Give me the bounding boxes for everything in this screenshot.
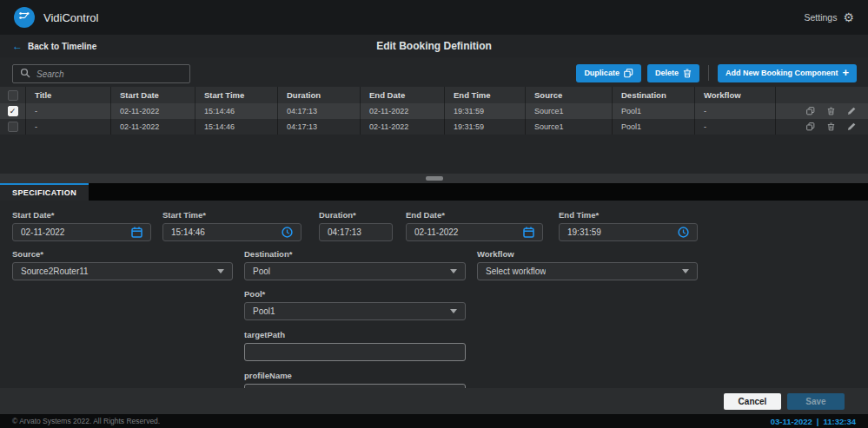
calendar-icon[interactable]	[131, 227, 142, 238]
delete-icon[interactable]	[827, 122, 835, 131]
select-all-checkbox[interactable]: ✓	[8, 90, 18, 101]
cell-workflow: -	[695, 103, 776, 119]
start-time-input[interactable]	[171, 227, 276, 237]
pool-field: Pool* Pool1	[244, 289, 466, 320]
start-date-field: Start Date*	[12, 210, 151, 241]
toolbar-actions: Duplicate Delete Add New Booking Compone…	[576, 63, 857, 82]
page-title: Edit Booking Definition	[0, 40, 868, 52]
edit-icon[interactable]	[847, 122, 856, 131]
vidicontrol-app: { "colors": { "accent": "#1987d2", "fiel…	[0, 0, 868, 428]
cell-workflow: -	[695, 119, 776, 135]
add-button-label: Add New Booking Component	[726, 69, 838, 77]
end-time-field: End Time*	[559, 210, 698, 241]
workflow-dropdown[interactable]: Select workflow	[477, 262, 698, 280]
end-date-label: End Date*	[406, 210, 543, 220]
settings-label[interactable]: Settings	[804, 12, 837, 23]
target-path-input[interactable]	[253, 347, 457, 357]
end-time-input[interactable]	[567, 227, 673, 237]
chevron-down-icon	[450, 269, 457, 273]
destination-label: Destination*	[244, 249, 466, 259]
source-dropdown[interactable]: Source2Router11	[12, 262, 233, 280]
destination-value: Pool	[253, 267, 270, 276]
column-header-source: Source	[526, 87, 613, 103]
duplicate-button[interactable]: Duplicate	[576, 64, 641, 82]
duration-input[interactable]	[328, 227, 384, 237]
cell-end-time: 19:31:59	[445, 119, 526, 135]
column-header-workflow: Workflow	[695, 87, 776, 103]
table-row[interactable]: ✓ - 02-11-2022 15:14:46 04:17:13 02-11-2…	[0, 119, 868, 135]
booking-list-panel: Duplicate Delete Add New Booking Compone…	[0, 57, 868, 174]
table-row[interactable]: ✓ - 02-11-2022 15:14:46 04:17:13 02-11-2…	[0, 103, 868, 119]
start-date-input[interactable]	[21, 227, 126, 237]
end-date-input[interactable]	[414, 227, 518, 237]
plus-icon: +	[842, 67, 849, 78]
app-title: VidiControl	[43, 11, 98, 24]
profile-name-label: profileName	[244, 371, 466, 380]
form-action-bar: Cancel Save	[0, 388, 868, 414]
app-header: VidiControl Settings ⚙	[0, 0, 868, 35]
delete-button[interactable]: Delete	[647, 64, 699, 82]
workflow-field: Workflow Select workflow	[477, 249, 698, 280]
search-input[interactable]	[36, 69, 182, 79]
cell-start-date: 02-11-2022	[111, 103, 195, 119]
pool-dropdown[interactable]: Pool1	[244, 302, 466, 320]
gear-icon[interactable]: ⚙	[843, 11, 854, 23]
clock-icon[interactable]	[282, 227, 293, 238]
save-button[interactable]: Save	[787, 393, 845, 410]
cell-destination: Pool1	[613, 103, 695, 119]
splitter-handle[interactable]	[426, 176, 443, 181]
start-date-label: Start Date*	[12, 210, 151, 220]
start-time-field: Start Time*	[162, 210, 301, 241]
footer-time: 11:32:34	[823, 417, 856, 426]
delete-icon[interactable]	[827, 107, 835, 115]
vidicontrol-logo	[14, 7, 35, 28]
chevron-down-icon	[682, 269, 689, 273]
back-arrow-icon: ←	[12, 41, 23, 51]
header-right: Settings ⚙	[804, 11, 854, 23]
cancel-button[interactable]: Cancel	[724, 393, 781, 410]
column-header-end-date: End Date	[361, 87, 445, 103]
column-header-start-date: Start Date	[111, 87, 195, 103]
row-checkbox[interactable]: ✓	[8, 122, 18, 132]
column-header-destination: Destination	[613, 87, 695, 103]
cell-duration: 04:17:13	[278, 103, 361, 119]
route-icon	[18, 10, 30, 25]
back-to-timeline-link[interactable]: ← Back to Timeline	[12, 41, 96, 51]
cell-title: -	[26, 103, 111, 119]
copyright-text: © Arvato Systems 2022. All Rights Reserv…	[12, 417, 160, 425]
cell-end-time: 19:31:59	[445, 103, 526, 119]
booking-table: ✓ Title Start Date Start Time Duration E…	[0, 87, 868, 135]
end-time-label: End Time*	[559, 210, 698, 220]
back-link-label: Back to Timeline	[28, 42, 96, 51]
source-value: Source2Router11	[21, 267, 89, 276]
column-header-start-time: Start Time	[195, 87, 278, 103]
cell-source: Source1	[526, 103, 613, 119]
clock-icon[interactable]	[678, 227, 689, 238]
edit-icon[interactable]	[847, 107, 856, 115]
cell-end-date: 02-11-2022	[361, 119, 445, 135]
detail-tab-bar: SPECIFICATION	[0, 183, 868, 201]
source-label: Source*	[12, 249, 233, 259]
search-icon	[20, 66, 30, 82]
delete-button-label: Delete	[655, 69, 679, 77]
cell-start-time: 15:14:46	[195, 103, 278, 119]
column-header-end-time: End Time	[445, 87, 526, 103]
target-path-label: targetPath	[244, 330, 466, 339]
column-header-duration: Duration	[278, 87, 361, 103]
copy-icon[interactable]	[806, 107, 815, 115]
duration-field: Duration*	[319, 210, 393, 241]
column-header-title: Title	[26, 87, 111, 103]
duplicate-button-label: Duplicate	[584, 69, 620, 77]
footer-date: 03-11-2022	[771, 417, 812, 426]
add-new-booking-component-button[interactable]: Add New Booking Component +	[718, 64, 857, 82]
destination-field: Destination* Pool	[244, 249, 466, 280]
pool-label: Pool*	[244, 289, 466, 299]
destination-dropdown[interactable]: Pool	[244, 262, 466, 280]
cell-duration: 04:17:13	[278, 119, 361, 135]
cell-end-date: 02-11-2022	[361, 103, 445, 119]
calendar-icon[interactable]	[523, 227, 534, 238]
tab-specification[interactable]: SPECIFICATION	[0, 183, 89, 201]
copy-icon[interactable]	[806, 122, 815, 131]
row-checkbox[interactable]: ✓	[8, 106, 18, 116]
end-date-field: End Date*	[406, 210, 543, 241]
